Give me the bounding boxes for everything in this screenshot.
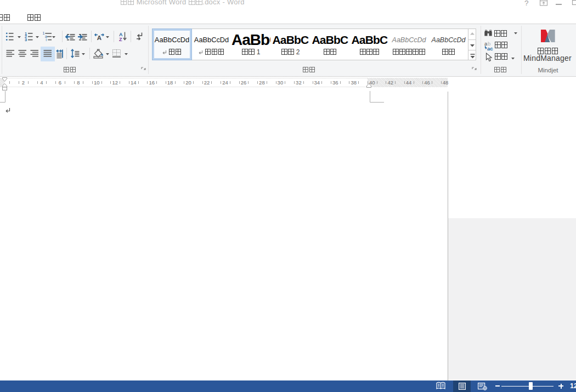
svg-text:A: A bbox=[97, 35, 101, 41]
svg-text:3: 3 bbox=[25, 37, 27, 42]
svg-text:Z: Z bbox=[119, 37, 122, 42]
svg-text:ac: ac bbox=[487, 46, 493, 52]
svg-text:1: 1 bbox=[43, 31, 45, 35]
